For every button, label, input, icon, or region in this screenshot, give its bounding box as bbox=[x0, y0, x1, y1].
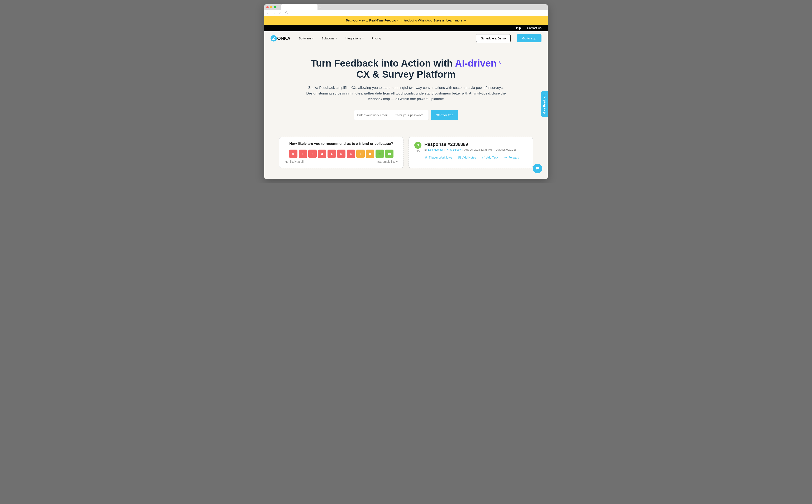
banner-link[interactable]: Learn more bbox=[446, 19, 463, 22]
chevron-down-icon: ▼ bbox=[335, 37, 337, 39]
add-notes-action[interactable]: Add Notes bbox=[458, 156, 476, 159]
add-task-action[interactable]: Add Task bbox=[482, 156, 498, 159]
hero-title-ai: AI-driven bbox=[455, 58, 497, 69]
action-label: Add Task bbox=[486, 156, 498, 159]
window-maximize[interactable] bbox=[274, 6, 276, 8]
nav-label: Integrations bbox=[345, 37, 361, 40]
signup-form: Start for free bbox=[281, 110, 531, 120]
sparkle-icon bbox=[497, 56, 502, 67]
nav-label: Solutions bbox=[321, 37, 334, 40]
nav-label: Pricing bbox=[371, 37, 381, 40]
nps-scale: 012345678910 bbox=[285, 150, 397, 158]
nav-solutions[interactable]: Solutions▼ bbox=[321, 37, 337, 40]
svg-point-4 bbox=[426, 158, 426, 159]
window-minimize[interactable] bbox=[270, 6, 272, 8]
trigger-workflows-action[interactable]: Trigger Workflows bbox=[425, 156, 452, 159]
nav-pricing[interactable]: Pricing bbox=[371, 37, 381, 40]
chevron-down-icon: ▼ bbox=[312, 37, 314, 39]
hero-title: Turn Feedback into Action with AI-driven… bbox=[281, 58, 531, 80]
give-feedback-tab[interactable]: Give Feedback bbox=[541, 91, 548, 117]
go-to-app-button[interactable]: Go to app bbox=[517, 34, 542, 42]
response-actions: Trigger Workflows Add Notes Add Task bbox=[425, 155, 519, 159]
by-label: By bbox=[425, 148, 428, 151]
email-input[interactable] bbox=[353, 110, 391, 120]
refresh-button[interactable]: ⟳ bbox=[278, 11, 281, 15]
response-survey[interactable]: NPS Survey bbox=[447, 148, 461, 151]
response-author[interactable]: Lisa Mathew bbox=[428, 148, 443, 151]
response-duration: Duration 00:01:15 bbox=[496, 148, 517, 151]
response-title: Response #2336889 bbox=[425, 142, 519, 147]
logo-text: ONKA bbox=[277, 36, 290, 41]
svg-line-1 bbox=[287, 13, 287, 14]
nps-card: How likely are you to recommend us to a … bbox=[279, 137, 403, 168]
task-icon bbox=[482, 156, 485, 159]
chat-icon bbox=[535, 166, 540, 171]
nps-score-label: NPS bbox=[415, 150, 422, 152]
search-icon bbox=[285, 11, 288, 15]
action-label: Forward bbox=[509, 156, 519, 159]
chevron-down-icon: ▼ bbox=[362, 37, 364, 39]
nps-score-5[interactable]: 5 bbox=[337, 150, 345, 158]
response-meta: By Lisa Mathew | NPS Survey | Aug 26, 20… bbox=[425, 148, 519, 151]
nps-score-7[interactable]: 7 bbox=[356, 150, 365, 158]
forward-button[interactable]: → bbox=[272, 11, 275, 15]
nav-integrations[interactable]: Integrations▼ bbox=[345, 37, 364, 40]
nps-score-10[interactable]: 10 bbox=[385, 150, 393, 158]
traffic-lights bbox=[266, 6, 276, 8]
cards-row: How likely are you to recommend us to a … bbox=[264, 126, 548, 168]
nps-label-high: Extremely likely bbox=[377, 160, 397, 163]
nav-links: Software▼ Solutions▼ Integrations▼ Prici… bbox=[299, 37, 381, 40]
action-label: Add Notes bbox=[463, 156, 476, 159]
start-free-button[interactable]: Start for free bbox=[431, 110, 458, 120]
top-bar: Help Contact Us bbox=[264, 25, 548, 31]
nps-score-badge: 9 NPS bbox=[415, 142, 422, 152]
workflow-icon bbox=[425, 156, 428, 159]
new-tab-button[interactable]: + bbox=[319, 6, 321, 10]
nps-question: How likely are you to recommend us to a … bbox=[285, 142, 397, 146]
hero: Turn Feedback into Action with AI-driven… bbox=[264, 45, 548, 126]
hero-title-pre: Turn Feedback into Action with bbox=[311, 58, 455, 69]
arrow-icon: → bbox=[463, 19, 466, 22]
svg-point-3 bbox=[427, 156, 427, 157]
nps-score-8[interactable]: 8 bbox=[366, 150, 374, 158]
nps-score-6[interactable]: 6 bbox=[347, 150, 355, 158]
chat-widget-button[interactable] bbox=[533, 164, 542, 173]
announcement-banner: Text your way to Real-Time Feedback – In… bbox=[264, 16, 548, 25]
hero-title-post: CX & Survey Platform bbox=[356, 69, 456, 80]
browser-tab[interactable] bbox=[281, 4, 317, 10]
response-card: 9 NPS Response #2336889 By Lisa Mathew |… bbox=[409, 137, 533, 168]
logo-mark: Z bbox=[270, 35, 277, 42]
nps-label-low: Not likely at all bbox=[285, 160, 303, 163]
action-label: Trigger Workflows bbox=[429, 156, 452, 159]
browser-window: + ← → ⟳ ⋯ Text your way to Real-Time Fee… bbox=[264, 4, 548, 179]
nps-score-3[interactable]: 3 bbox=[318, 150, 326, 158]
forward-action[interactable]: Forward bbox=[504, 156, 519, 159]
nps-score-4[interactable]: 4 bbox=[327, 150, 336, 158]
contact-link[interactable]: Contact Us bbox=[527, 26, 542, 30]
forward-icon bbox=[504, 156, 507, 159]
logo[interactable]: Z ONKA bbox=[270, 35, 290, 42]
svg-point-0 bbox=[285, 11, 287, 13]
nps-labels: Not likely at all Extremely likely bbox=[285, 160, 397, 163]
nps-score-1[interactable]: 1 bbox=[299, 150, 307, 158]
password-input[interactable] bbox=[391, 110, 429, 120]
banner-text: Text your way to Real-Time Feedback – In… bbox=[346, 19, 446, 22]
nps-score-0[interactable]: 0 bbox=[289, 150, 297, 158]
nps-score-2[interactable]: 2 bbox=[308, 150, 317, 158]
svg-point-2 bbox=[425, 156, 426, 157]
hero-subtitle: Zonka Feedback simplifies CX, allowing y… bbox=[306, 85, 506, 102]
window-close[interactable] bbox=[266, 6, 269, 8]
notes-icon bbox=[458, 156, 461, 159]
response-date: Aug 26, 2024 12:35 PM bbox=[465, 148, 492, 151]
schedule-demo-button[interactable]: Schedule a Demo bbox=[476, 34, 511, 42]
back-button[interactable]: ← bbox=[266, 11, 269, 15]
main-nav: Z ONKA Software▼ Solutions▼ Integrations… bbox=[264, 31, 548, 45]
help-link[interactable]: Help bbox=[515, 26, 521, 30]
address-bar: ← → ⟳ ⋯ bbox=[264, 10, 548, 16]
nps-score-9[interactable]: 9 bbox=[375, 150, 384, 158]
page-content: Text your way to Real-Time Feedback – In… bbox=[264, 16, 548, 179]
nav-label: Software bbox=[299, 37, 311, 40]
nps-score-value: 9 bbox=[415, 142, 422, 149]
nav-software[interactable]: Software▼ bbox=[299, 37, 314, 40]
browser-more-button[interactable]: ⋯ bbox=[542, 11, 546, 15]
